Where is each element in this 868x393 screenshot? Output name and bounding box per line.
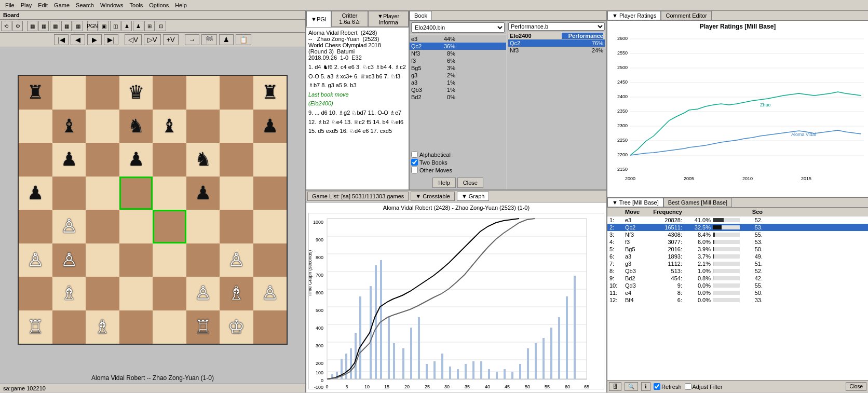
square-b1[interactable]: [52, 310, 86, 344]
nav-arrow[interactable]: →: [185, 34, 199, 45]
tree-row-f3[interactable]: 4: f3 3077: 6.0% 53.: [607, 238, 868, 246]
square-f2[interactable]: ♙: [186, 277, 220, 310]
cb-alphabetical-input[interactable]: [411, 151, 418, 158]
cb-two-books-input[interactable]: [411, 159, 418, 166]
nav-clip[interactable]: 📋: [236, 34, 251, 45]
book-row-e3[interactable]: e344%: [410, 35, 506, 43]
square-h7[interactable]: ♟: [253, 110, 287, 143]
tree-db-btn[interactable]: 🗄: [609, 382, 621, 391]
tb-b4[interactable]: ▦: [61, 21, 72, 31]
menu-search[interactable]: Search: [73, 1, 97, 9]
tree-close-btn[interactable]: Close: [846, 382, 866, 391]
book-help-btn[interactable]: Help: [432, 178, 456, 188]
tb-config[interactable]: ⚙: [12, 21, 23, 31]
cb-alphabetical[interactable]: Alphabetical: [411, 151, 505, 158]
square-a2[interactable]: [19, 277, 52, 310]
nav-start[interactable]: |◀: [54, 34, 69, 45]
tab-crosstable[interactable]: ▼ Crosstable: [411, 192, 455, 201]
nav-next[interactable]: ▶: [87, 34, 102, 45]
tab-player-ratings[interactable]: ▼ Player Ratings: [607, 11, 661, 20]
perf-db-select[interactable]: Performance.b: [508, 22, 605, 31]
nav-end[interactable]: ▶|: [104, 34, 118, 45]
cb-refresh[interactable]: [654, 383, 660, 390]
menu-help[interactable]: Help: [172, 1, 190, 9]
tab-book[interactable]: Book: [410, 11, 432, 20]
square-c5[interactable]: [86, 177, 119, 210]
square-a7[interactable]: [19, 110, 52, 143]
square-e8[interactable]: [153, 76, 186, 110]
chess-board[interactable]: ♜♛♜♝♞♝♟♟♟♞♟♟♙♙♙♙♗♙♗♙♖♗♖♔: [18, 75, 288, 345]
nav-var-next[interactable]: ▷V: [144, 34, 161, 45]
nav-piece[interactable]: ♟: [219, 34, 234, 45]
square-b3[interactable]: ♙: [52, 243, 86, 277]
square-f7[interactable]: [186, 110, 220, 143]
cb-other-moves[interactable]: Other Moves: [411, 167, 505, 173]
square-a3[interactable]: ♙: [19, 243, 52, 277]
cb-other-moves-input[interactable]: [411, 167, 418, 173]
square-d7[interactable]: ♞: [119, 110, 153, 143]
square-h4[interactable]: [253, 210, 287, 243]
square-e6[interactable]: [153, 143, 186, 177]
tab-best-games[interactable]: Best Games [Mill Base]: [663, 198, 732, 207]
tree-info-btn[interactable]: ℹ: [641, 382, 650, 391]
book-close-btn[interactable]: Close: [457, 178, 483, 188]
square-a5[interactable]: ♟: [19, 177, 52, 210]
nav-var-plus[interactable]: +V: [163, 34, 179, 45]
book-row-Qc2[interactable]: Qc236%: [410, 43, 506, 50]
menu-game[interactable]: Game: [51, 1, 73, 9]
cb-refresh-label[interactable]: Refresh: [654, 383, 682, 390]
tree-row-Qc2[interactable]: 2: Qc2 16511: 32.5% 53.: [607, 224, 868, 231]
square-e2[interactable]: [153, 277, 186, 310]
square-g3[interactable]: ♙: [220, 243, 253, 277]
perf-row-nf3[interactable]: Nf324%: [508, 47, 605, 54]
square-d8[interactable]: ♛: [119, 76, 153, 110]
square-c1[interactable]: ♗: [86, 310, 119, 344]
square-h1[interactable]: [253, 310, 287, 344]
square-g7[interactable]: [220, 110, 253, 143]
tb-b9[interactable]: ♟: [133, 21, 143, 31]
tree-row-Qb3[interactable]: 8: Qb3 513: 1.0% 52.: [607, 267, 868, 275]
tree-row-e4[interactable]: 11: e4 8: 0.0% 50.: [607, 289, 868, 296]
square-c7[interactable]: [86, 110, 119, 143]
square-h8[interactable]: ♜: [253, 76, 287, 110]
square-h3[interactable]: [253, 243, 287, 277]
square-g1[interactable]: ♔: [220, 310, 253, 344]
square-b6[interactable]: ♟: [52, 143, 86, 177]
tb-b10[interactable]: ⊞: [144, 21, 155, 31]
tab-tree[interactable]: ▼ Tree [Mill Base]: [607, 198, 663, 207]
square-c4[interactable]: [86, 210, 119, 243]
book-row-Bd2[interactable]: Bd20%: [410, 93, 506, 101]
square-e7[interactable]: ♝: [153, 110, 186, 143]
square-f6[interactable]: ♞: [186, 143, 220, 177]
book-row-a3[interactable]: a31%: [410, 79, 506, 86]
tree-row-Qd3[interactable]: 10: Qd3 9: 0.0% 55.: [607, 282, 868, 289]
menu-options[interactable]: Options: [146, 1, 172, 9]
menu-tools[interactable]: Tools: [127, 1, 146, 9]
menu-windows[interactable]: Windows: [97, 1, 127, 9]
square-e3[interactable]: [153, 243, 186, 277]
nav-var-prev[interactable]: ◁V: [125, 34, 142, 45]
nav-prev[interactable]: ◀: [71, 34, 85, 45]
square-a4[interactable]: [19, 210, 52, 243]
square-c6[interactable]: [86, 143, 119, 177]
book-row-f3[interactable]: f36%: [410, 57, 506, 64]
square-g6[interactable]: [220, 143, 253, 177]
square-f4[interactable]: [186, 210, 220, 243]
tree-search-btn[interactable]: 🔍: [625, 382, 638, 391]
square-d6[interactable]: ♟: [119, 143, 153, 177]
tab-critter[interactable]: Critter 1.6a 6♙: [331, 11, 368, 27]
tree-row-Nf3[interactable]: 3: Nf3 4308: 8.4% 55.: [607, 231, 868, 238]
tab-comment-editor[interactable]: Comment Editor: [661, 11, 711, 20]
tb-b11[interactable]: ⊡: [156, 21, 166, 31]
tree-row-Bf4[interactable]: 12: Bf4 6: 0.0% 33.: [607, 296, 868, 304]
square-a8[interactable]: ♜: [19, 76, 52, 110]
tb-b7[interactable]: ◫: [110, 21, 120, 31]
square-f3[interactable]: [186, 243, 220, 277]
book-row-Qb3[interactable]: Qb31%: [410, 86, 506, 93]
square-a6[interactable]: [19, 143, 52, 177]
nav-flag[interactable]: 🏁: [201, 34, 217, 45]
book-row-Bg5[interactable]: Bg53%: [410, 64, 506, 72]
tab-gamelist[interactable]: Game List: [sa] 5031/111303 games: [307, 192, 409, 201]
tree-row-Bg5[interactable]: 5: Bg5 2016: 3.9% 50.: [607, 246, 868, 253]
tree-row-Bd2[interactable]: 9: Bd2 454: 0.8% 42.: [607, 275, 868, 282]
